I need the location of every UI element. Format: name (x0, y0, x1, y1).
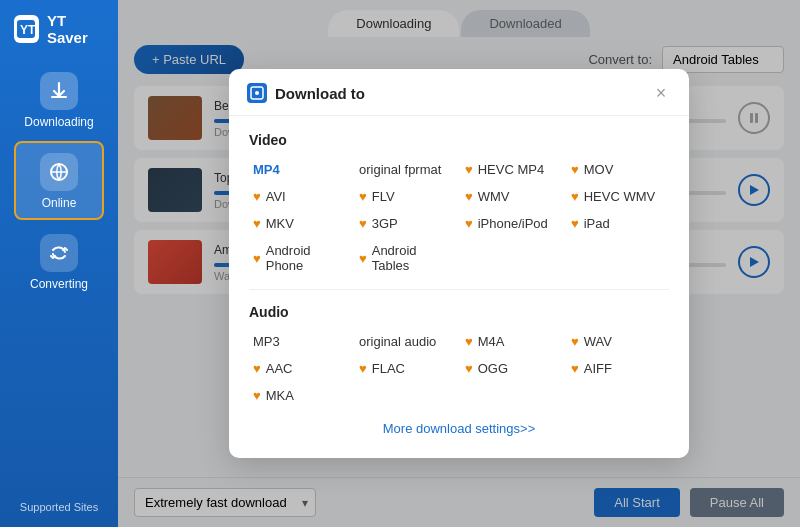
heart-icon: ♥ (465, 162, 473, 177)
modal-body: Video MP4 original fprmat ♥ HEVC MP4 ♥ M… (229, 116, 689, 458)
heart-icon: ♥ (465, 189, 473, 204)
video-section-title: Video (249, 132, 669, 148)
heart-icon: ♥ (465, 361, 473, 376)
heart-icon: ♥ (359, 251, 367, 266)
format-aiff[interactable]: ♥ AIFF (567, 359, 669, 378)
format-hevc-mp4[interactable]: ♥ HEVC MP4 (461, 160, 563, 179)
svg-text:YT: YT (20, 23, 35, 37)
format-label: WMV (478, 189, 510, 204)
format-wmv[interactable]: ♥ WMV (461, 187, 563, 206)
app-logo: YT YT Saver (0, 0, 118, 58)
heart-icon: ♥ (253, 388, 261, 403)
format-label: 3GP (372, 216, 398, 231)
format-label: original audio (359, 334, 436, 349)
format-ipad[interactable]: ♥ iPad (567, 214, 669, 233)
format-flac[interactable]: ♥ FLAC (355, 359, 457, 378)
format-label: HEVC WMV (584, 189, 656, 204)
sidebar: YT YT Saver Downloading Online (0, 0, 118, 527)
heart-icon: ♥ (571, 361, 579, 376)
format-label: Android Phone (266, 243, 347, 273)
format-original-audio[interactable]: original audio (355, 332, 457, 351)
sidebar-item-online[interactable]: Online (14, 141, 104, 220)
video-format-grid: MP4 original fprmat ♥ HEVC MP4 ♥ MOV ♥ A… (249, 160, 669, 275)
heart-icon: ♥ (253, 189, 261, 204)
heart-icon: ♥ (253, 216, 261, 231)
sidebar-item-online-label: Online (42, 196, 77, 210)
online-icon (40, 153, 78, 191)
modal-header-icon (247, 83, 267, 103)
format-original-fprmat[interactable]: original fprmat (355, 160, 457, 179)
sidebar-item-downloading-label: Downloading (24, 115, 93, 129)
format-label: M4A (478, 334, 505, 349)
heart-icon: ♥ (359, 361, 367, 376)
format-label: Android Tables (372, 243, 453, 273)
format-wav[interactable]: ♥ WAV (567, 332, 669, 351)
format-label: original fprmat (359, 162, 441, 177)
format-flv[interactable]: ♥ FLV (355, 187, 457, 206)
format-label: iPad (584, 216, 610, 231)
format-label: MKA (266, 388, 294, 403)
format-mkv[interactable]: ♥ MKV (249, 214, 351, 233)
format-mp3[interactable]: MP3 (249, 332, 351, 351)
format-avi[interactable]: ♥ AVI (249, 187, 351, 206)
format-hevc-wmv[interactable]: ♥ HEVC WMV (567, 187, 669, 206)
format-label: AVI (266, 189, 286, 204)
format-ogg[interactable]: ♥ OGG (461, 359, 563, 378)
format-label: MP4 (253, 162, 280, 177)
format-mov[interactable]: ♥ MOV (567, 160, 669, 179)
format-android-tables[interactable]: ♥ Android Tables (355, 241, 457, 275)
format-m4a[interactable]: ♥ M4A (461, 332, 563, 351)
heart-icon: ♥ (571, 189, 579, 204)
format-label: iPhone/iPod (478, 216, 548, 231)
download-icon (40, 72, 78, 110)
format-label: OGG (478, 361, 508, 376)
supported-sites-link[interactable]: Supported Sites (0, 501, 118, 513)
heart-icon: ♥ (253, 361, 261, 376)
format-label: MOV (584, 162, 614, 177)
format-mp4[interactable]: MP4 (249, 160, 351, 179)
format-label: FLV (372, 189, 395, 204)
converting-icon (40, 234, 78, 272)
modal-overlay: Download to × Video MP4 original fprmat … (118, 0, 800, 527)
sidebar-item-downloading[interactable]: Downloading (14, 62, 104, 137)
format-label: MKV (266, 216, 294, 231)
format-label: AIFF (584, 361, 612, 376)
format-label: MP3 (253, 334, 280, 349)
heart-icon: ♥ (253, 251, 261, 266)
format-3gp[interactable]: ♥ 3GP (355, 214, 457, 233)
format-label: HEVC MP4 (478, 162, 544, 177)
sidebar-item-converting[interactable]: Converting (14, 224, 104, 299)
more-settings-link[interactable]: More download settings>> (249, 411, 669, 438)
heart-icon: ♥ (571, 334, 579, 349)
format-label: FLAC (372, 361, 405, 376)
modal-divider (249, 289, 669, 290)
heart-icon: ♥ (571, 216, 579, 231)
heart-icon: ♥ (571, 162, 579, 177)
app-title: YT Saver (47, 12, 104, 46)
format-iphone-ipod[interactable]: ♥ iPhone/iPod (461, 214, 563, 233)
heart-icon: ♥ (465, 334, 473, 349)
format-label: WAV (584, 334, 612, 349)
svg-point-8 (255, 91, 259, 95)
logo-icon: YT (14, 15, 39, 43)
audio-format-grid: MP3 original audio ♥ M4A ♥ WAV ♥ AAC (249, 332, 669, 405)
format-label: AAC (266, 361, 293, 376)
download-to-modal: Download to × Video MP4 original fprmat … (229, 69, 689, 458)
audio-section-title: Audio (249, 304, 669, 320)
modal-title: Download to (275, 85, 643, 102)
format-android-phone[interactable]: ♥ Android Phone (249, 241, 351, 275)
heart-icon: ♥ (465, 216, 473, 231)
sidebar-item-converting-label: Converting (30, 277, 88, 291)
heart-icon: ♥ (359, 189, 367, 204)
modal-header: Download to × (229, 69, 689, 116)
format-mka[interactable]: ♥ MKA (249, 386, 351, 405)
format-aac[interactable]: ♥ AAC (249, 359, 351, 378)
heart-icon: ♥ (359, 216, 367, 231)
modal-close-button[interactable]: × (651, 83, 671, 103)
